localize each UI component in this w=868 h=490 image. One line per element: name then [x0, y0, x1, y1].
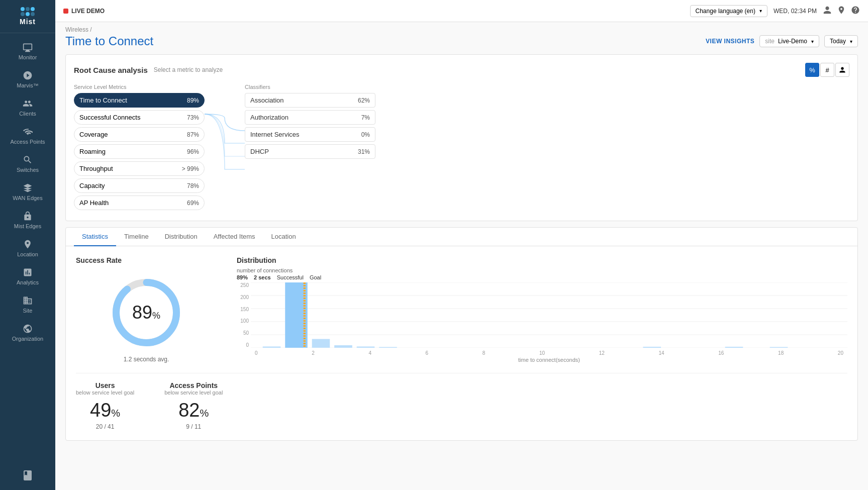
demo-badge: LIVE DEMO: [63, 8, 105, 15]
logo-dot: [31, 12, 35, 16]
sidebar-item-analytics[interactable]: Analytics: [0, 262, 55, 290]
page: Wireless / Time to Connect VIEW INSIGHTS…: [55, 22, 868, 490]
svg-rect-10: [312, 339, 330, 348]
stat-users-detail: 20 / 41: [76, 423, 134, 430]
metrics-column: Service Level Metrics Time to Connect 89…: [74, 84, 205, 213]
sidebar-item-access-points[interactable]: Access Points: [0, 122, 55, 150]
donut-avg: 1.2 seconds avg.: [124, 356, 169, 363]
classifier-row-dhcp[interactable]: DHCP 31%: [245, 144, 375, 159]
metric-row-time-to-connect[interactable]: Time to Connect 89%: [74, 93, 205, 108]
help-icon[interactable]: [851, 6, 860, 16]
metric-name: AP Health: [79, 199, 109, 207]
main-content: LIVE DEMO Change language (en) ▾ WED, 02…: [55, 0, 868, 490]
connector-lines: [205, 94, 245, 213]
stat-ap-num: 82%: [164, 400, 223, 421]
metric-pct: 96%: [187, 148, 199, 155]
classifier-row-authorization[interactable]: Authorization 7%: [245, 110, 375, 125]
metric-pct: 73%: [187, 114, 199, 121]
site-label: site: [765, 38, 775, 45]
metric-row-successful-connects[interactable]: Successful Connects 73%: [74, 110, 205, 125]
stat-ap-title: Access Points: [164, 381, 223, 389]
sidebar-item-mist-edges[interactable]: Mist Edges: [0, 206, 55, 234]
sidebar-item-label: Switches: [17, 167, 39, 173]
sidebar-item-label: Location: [17, 251, 38, 257]
topbar-time: WED, 02:34 PM: [774, 8, 817, 15]
page-title-row: Time to Connect VIEW INSIGHTS site Live-…: [65, 34, 858, 54]
sidebar-item-label: Site: [23, 308, 33, 314]
stat-users-sub: below service level goal: [76, 389, 134, 396]
site-dropdown[interactable]: site Live-Demo ▾: [759, 35, 819, 47]
success-rate-label: Success Rate: [76, 256, 217, 264]
classifier-pct: 7%: [361, 114, 370, 121]
metric-row-coverage[interactable]: Coverage 87%: [74, 127, 205, 142]
tab-affected-items[interactable]: Affected Items: [206, 228, 263, 246]
metric-row-roaming[interactable]: Roaming 96%: [74, 144, 205, 159]
today-value: Today: [830, 38, 846, 45]
legend-successful: Successful: [277, 274, 304, 280]
svg-rect-13: [379, 347, 397, 348]
chevron-down-icon: ▾: [850, 39, 852, 44]
help-book-icon[interactable]: [22, 469, 34, 483]
donut-pct-sym: %: [152, 311, 160, 321]
tabs-bar: Statistics Timeline Distribution Affecte…: [66, 228, 857, 246]
metric-row-capacity[interactable]: Capacity 78%: [74, 178, 205, 193]
metric-row-ap-health[interactable]: AP Health 69%: [74, 195, 205, 210]
sidebar-item-marvis[interactable]: Marvis™: [0, 65, 55, 93]
view-insights-button[interactable]: VIEW INSIGHTS: [706, 38, 754, 45]
svg-rect-14: [643, 347, 661, 348]
sidebar-item-monitor[interactable]: Monitor: [0, 37, 55, 65]
tab-content-statistics: Success Rate: [66, 246, 857, 440]
chevron-down-icon: ▾: [811, 39, 814, 44]
svg-rect-15: [725, 347, 743, 348]
sidebar-item-location[interactable]: Location: [0, 234, 55, 262]
metric-pct-button[interactable]: %: [805, 63, 819, 77]
today-dropdown[interactable]: Today ▾: [824, 35, 858, 47]
sidebar-item-label: Clients: [19, 111, 36, 117]
logo-text: Mist: [20, 18, 36, 26]
classifiers-column: Classifiers Association 62% Authorizatio…: [245, 84, 375, 213]
sidebar-item-clients[interactable]: Clients: [0, 93, 55, 122]
y-axis: 0 50 100 150 200 250: [237, 282, 251, 348]
site-value: Live-Demo: [778, 38, 807, 45]
metric-hash-button[interactable]: #: [820, 63, 834, 77]
sidebar-item-switches[interactable]: Switches: [0, 150, 55, 178]
demo-indicator: [63, 9, 68, 14]
metric-name: Throughput: [79, 165, 113, 172]
metric-name: Capacity: [79, 182, 105, 189]
distribution-section: Distribution number of connections 89% 2…: [237, 256, 847, 363]
classifier-row-association[interactable]: Association 62%: [245, 93, 375, 108]
pct-symbol: %: [200, 408, 209, 419]
user-icon[interactable]: [823, 6, 832, 16]
tab-statistics[interactable]: Statistics: [74, 228, 116, 246]
dist-legend: 89% 2 secs Successful Goal: [237, 274, 847, 280]
classifier-row-internet-services[interactable]: Internet Services 0%: [245, 127, 375, 142]
metric-hint: Select a metric to analyze: [154, 66, 223, 73]
sidebar-item-organization[interactable]: Organization: [0, 319, 55, 347]
metric-user-button[interactable]: [835, 63, 849, 77]
svg-rect-16: [770, 347, 788, 348]
metric-row-throughput[interactable]: Throughput > 99%: [74, 161, 205, 176]
topbar-icons: [823, 6, 860, 16]
donut-pct: 89%: [132, 302, 160, 323]
x-axis: 0 2 4 6 8 10 12 14 16 18: [251, 350, 847, 356]
sidebar-item-wan-edges[interactable]: WAN Edges: [0, 178, 55, 206]
chevron-down-icon: ▾: [759, 8, 762, 14]
stat-block-access-points: Access Points below service level goal 8…: [164, 381, 223, 430]
root-cause-header: Root Cause analysis Select a metric to a…: [74, 63, 849, 77]
tab-timeline[interactable]: Timeline: [116, 228, 157, 246]
logo-dot: [26, 7, 30, 11]
sidebar-item-site[interactable]: Site: [0, 290, 55, 319]
x-axis-label: time to connect(seconds): [251, 357, 847, 363]
legend-goal-label: Goal: [310, 274, 321, 280]
location-icon[interactable]: [837, 6, 846, 16]
dist-chart-container: 0 50 100 150 200 250: [237, 282, 847, 363]
sidebar-item-label: Analytics: [17, 279, 39, 285]
sidebar-bottom: [22, 462, 34, 490]
classifier-pct: 31%: [358, 148, 370, 155]
language-button[interactable]: Change language (en) ▾: [690, 5, 767, 17]
stats-row: Success Rate: [76, 256, 847, 363]
tab-distribution[interactable]: Distribution: [157, 228, 206, 246]
logo-dot: [21, 12, 25, 16]
tab-location[interactable]: Location: [263, 228, 304, 246]
svg-rect-12: [357, 347, 375, 348]
